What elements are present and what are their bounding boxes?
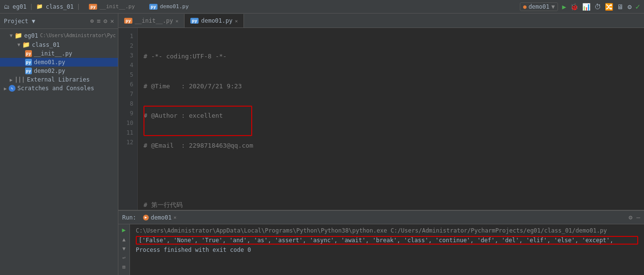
code-line-6: # 第一行代码: [143, 201, 638, 210]
scroll-up-icon[interactable]: ▲: [122, 236, 126, 243]
console-output: ▶ ▲ ▼ ↩ ⊞ C:\Users\Administrator\AppData…: [118, 224, 644, 275]
tab-demo01-icon: py: [190, 18, 199, 24]
line-num-7: 7: [118, 90, 133, 99]
class01-label: class_01: [32, 41, 60, 48]
sidebar-add-icon[interactable]: ⊕: [90, 17, 94, 25]
line-num-10: 10: [118, 119, 133, 128]
arrow-right-scratch-icon: ▶: [4, 86, 7, 91]
run-panel-close-icon[interactable]: —: [636, 214, 640, 221]
tab-init[interactable]: py __init__.py ✕: [118, 14, 185, 28]
line-num-6: 6: [118, 80, 133, 90]
project-icon: 🗂: [4, 3, 10, 10]
run-tab-close[interactable]: ✕: [173, 215, 176, 220]
output-text: C:\Users\Administrator\AppData\Local\Pro…: [130, 224, 644, 275]
output-path-line: C:\Users\Administrator\AppData\Local\Pro…: [136, 226, 638, 235]
separator2: |: [77, 3, 81, 10]
code-content[interactable]: # -*- coding:UTF-8 -*- # @Time : 2020/7/…: [138, 28, 644, 210]
filter-icon[interactable]: ⊞: [122, 264, 126, 270]
output-finish-line: Process finished with exit code 0: [136, 246, 638, 254]
play-icon[interactable]: ▶: [122, 226, 126, 234]
separator: |: [29, 3, 33, 10]
tab-init-close[interactable]: ✕: [175, 18, 178, 24]
output-line-text: ['False', 'None', 'True', 'and', 'as', '…: [139, 237, 614, 244]
code-editor-wrapper: 1 2 3 4 5 6 7 8 9 10 11 12 # -*- coding:…: [118, 28, 644, 210]
line-num-1: 1: [118, 32, 133, 41]
coverage-button[interactable]: 📊: [582, 3, 590, 11]
editor-tab-bar: py __init__.py ✕ py demo01.py ✕: [118, 14, 644, 28]
tree-item-class01[interactable]: ▼ 📁 class_01: [0, 40, 118, 49]
code-line-5: [143, 171, 638, 180]
terminal-button[interactable]: 🖥: [617, 3, 624, 11]
finish-line-text: Process finished with exit code 0: [136, 247, 251, 253]
line-num-12: 12: [118, 138, 133, 148]
demo01-py-icon: py: [149, 4, 157, 10]
tab-demo01[interactable]: py demo01.py ✕: [185, 14, 244, 28]
run-label: Run:: [122, 214, 136, 221]
tree-item-demo02[interactable]: py demo02.py: [0, 67, 118, 75]
line-num-5: 5: [118, 70, 133, 80]
arrow-down-class-icon: ▼: [17, 42, 20, 47]
init-tab[interactable]: py __init__.py: [83, 1, 141, 12]
sidebar-collapse-icon[interactable]: ≡: [97, 17, 101, 25]
sidebar-close-icon[interactable]: ✕: [110, 17, 114, 25]
code-line-2: # @Time : 2020/7/21 9:23: [143, 82, 638, 91]
eg01-path: C:\Users\Administrator\Pyc: [40, 33, 116, 38]
profile-button[interactable]: ⏱: [594, 3, 601, 11]
demo01-label: demo01.py: [34, 59, 65, 66]
run-tab-demo01[interactable]: ▶ demo01 ✕: [140, 213, 179, 222]
code-line-3: # @Author : excellent: [143, 111, 638, 121]
project-tree: ▼ 📁 eg01 C:\Users\Administrator\Pyc ▼ 📁 …: [0, 29, 118, 275]
demo01-tab-title[interactable]: py demo01.py: [143, 1, 194, 12]
dropdown-icon: ▼: [551, 3, 555, 10]
tab-demo01-close[interactable]: ✕: [235, 18, 238, 24]
console-sidebar: ▶ ▲ ▼ ↩ ⊞: [118, 224, 130, 275]
bottom-panel: Run: ▶ demo01 ✕ ⚙ — ▶ ▲ ▼ ↩ ⊞: [118, 210, 644, 275]
output-result-line: ['False', 'None', 'True', 'and', 'as', '…: [136, 236, 638, 245]
class-label: class_01: [46, 3, 74, 10]
eg01-label: eg01: [24, 32, 38, 39]
demo02-file-icon: py: [25, 68, 32, 74]
sidebar-settings-icon[interactable]: ⚙: [103, 17, 107, 25]
external-label: External Libraries: [27, 76, 90, 83]
demo02-label: demo02.py: [34, 68, 65, 74]
run-tab-icon: ▶: [143, 215, 149, 220]
tree-item-external[interactable]: ▶ ||| External Libraries: [0, 75, 118, 84]
debug-button[interactable]: 🐞: [570, 3, 578, 11]
editor-area: py __init__.py ✕ py demo01.py ✕ 1 2 3 4 …: [118, 14, 644, 275]
tree-item-scratches[interactable]: ▶ ✎ Scratches and Consoles: [0, 84, 118, 93]
title-bar-right: ● demo01 ▼ ▶ 🐞 📊 ⏱ 🔀 🖥 ⚙ ✓: [520, 2, 640, 11]
main-layout: Project ▼ ⊕ ≡ ⚙ ✕ ▼ 📁 eg01 C:\Users\Admi…: [0, 14, 644, 275]
line-num-8: 8: [118, 99, 133, 109]
line-num-4: 4: [118, 61, 133, 70]
title-bar-left: 🗂 eg01 | 📁 class_01 | py __init__.py py …: [4, 1, 516, 12]
line-num-11: 11: [118, 128, 133, 138]
sidebar-toolbar: Project ▼ ⊕ ≡ ⚙ ✕: [0, 14, 118, 29]
sidebar-title: Project ▼: [4, 18, 87, 25]
title-bar: 🗂 eg01 | 📁 class_01 | py __init__.py py …: [0, 0, 644, 14]
code-editor[interactable]: 1 2 3 4 5 6 7 8 9 10 11 12 # -*- coding:…: [118, 28, 644, 210]
run-settings-icon[interactable]: ⚙: [629, 214, 632, 221]
sidebar: Project ▼ ⊕ ≡ ⚙ ✕ ▼ 📁 eg01 C:\Users\Admi…: [0, 14, 118, 275]
tree-item-eg01[interactable]: ▼ 📁 eg01 C:\Users\Administrator\Pyc: [0, 31, 118, 40]
run-config-icon: ●: [523, 3, 527, 10]
line-numbers: 1 2 3 4 5 6 7 8 9 10 11 12: [118, 28, 138, 210]
run-button[interactable]: ▶: [562, 3, 566, 11]
demo01-tab-title-label: demo01.py: [160, 3, 189, 10]
vcs-button[interactable]: 🔀: [605, 3, 613, 11]
tab-init-label: __init__.py: [135, 17, 173, 24]
init-label: __init__.py: [34, 50, 72, 57]
tab-init-icon: py: [124, 18, 132, 24]
settings-button[interactable]: ⚙: [628, 3, 631, 11]
line-num-3: 3: [118, 51, 133, 61]
run-config-selector[interactable]: ● demo01 ▼: [520, 2, 558, 11]
scratch-icon: ✎: [9, 85, 15, 92]
wrap-icon[interactable]: ↩: [122, 255, 126, 261]
tree-item-demo01[interactable]: py demo01.py: [0, 58, 118, 67]
scroll-down-icon[interactable]: ▼: [122, 246, 126, 252]
init-tab-label: __init__.py: [100, 3, 135, 10]
folder-eg01-icon: 📁: [14, 32, 22, 39]
tree-item-init[interactable]: py __init__.py: [0, 49, 118, 58]
project-label: eg01: [13, 3, 27, 10]
code-line-1: # -*- coding:UTF-8 -*-: [143, 52, 638, 62]
run-tab-label: demo01: [151, 214, 172, 221]
